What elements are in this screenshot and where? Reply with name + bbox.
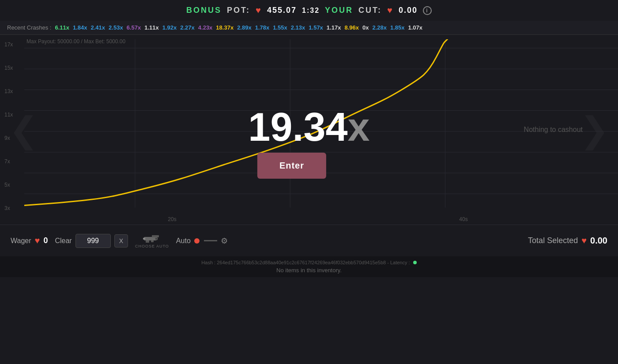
pot-value: 455.07 [267,6,297,15]
auto-section: Auto ⚙ [176,236,228,246]
clear-label: Clear [55,237,72,245]
game-area: ❮ ❯ Max Payout: 50000.00 / Max Bet: 5000… [0,35,618,225]
wager-value: 0 [43,236,48,245]
wager-label: Wager [11,237,31,245]
wager-heart-icon: ♥ [35,236,40,246]
hash-line: Hash : 264ed175c766b53c2d88aa40e91c2c676… [201,260,416,265]
wager-section: Wager ♥ 0 [11,236,48,246]
info-icon[interactable]: i [423,6,432,15]
timer: 1:32 [302,7,320,15]
auto-label: Auto [176,237,191,245]
x-button[interactable]: X [114,234,128,248]
max-payout: Max Payout: 50000.00 / Max Bet: 5000.00 [26,38,125,45]
crash-item[interactable]: 2.27x [180,24,195,31]
crash-item[interactable]: 6.11x [55,24,69,31]
crash-item[interactable]: 18.37x [216,24,234,31]
y-axis: 17x 15x 13x 11x 9x 7x 5x 3x [4,35,13,225]
hash-text: Hash : 264ed175c766b53c2d88aa40e91c2c676… [201,260,410,265]
cut-label: CUT: [358,6,382,15]
crash-item[interactable]: 6.57x [127,24,141,31]
choose-auto-button[interactable]: CHOOSE AUTO [135,233,169,248]
crash-item[interactable]: 1.57x [309,24,323,31]
x-axis: 20s 40s [26,216,609,222]
crash-item[interactable]: 2.53x [109,24,123,31]
crash-item[interactable]: 1.55x [273,24,287,31]
crash-item[interactable]: 1.92x [162,24,177,31]
your-label: YOUR [325,6,353,15]
svg-rect-14 [151,240,154,242]
y-label: 3x [4,205,13,211]
heart-icon-pot: ♥ [256,5,262,15]
total-heart-icon: ♥ [581,236,587,246]
enter-button[interactable]: Enter [257,153,326,179]
crash-item[interactable]: 1.11x [144,24,159,31]
y-label: 5x [4,182,13,188]
crashes-label: Recent Crashes : [7,24,51,31]
svg-point-15 [155,237,158,240]
crash-item[interactable]: 1.85x [390,24,405,31]
footer: Hash : 264ed175c766b53c2d88aa40e91c2c676… [0,256,618,277]
y-label: 7x [4,158,13,165]
bonus-label: BONUS [186,6,222,15]
crashes-bar: Recent Crashes : 6.11x 1.84x 2.41x 2.53x… [0,21,618,35]
crash-item[interactable]: 1.78x [255,24,270,31]
total-value: 0.00 [590,236,607,246]
y-label: 13x [4,88,13,94]
crash-item[interactable]: 2.13x [291,24,305,31]
clear-section: Clear X [55,234,128,248]
gun-icon [143,233,161,243]
total-section: Total Selected ♥ 0.00 [528,236,607,246]
svg-rect-12 [152,235,159,237]
header-bar: BONUS POT: ♥ 455.07 1:32 YOUR CUT: ♥ 0.0… [0,0,618,21]
crash-item[interactable]: 2.28x [372,24,387,31]
cashout-message: Nothing to cashout [524,126,583,134]
crash-item[interactable]: 1.07x [408,24,423,31]
total-label: Total Selected [528,236,578,245]
pot-label: POT: [227,6,250,15]
svg-rect-11 [144,237,156,240]
crash-item[interactable]: 2.41x [91,24,106,31]
latency-dot [413,261,417,264]
cut-value: 0.00 [399,6,418,15]
y-label: 17x [4,41,13,48]
toggle-line [204,240,217,241]
y-label: 15x [4,65,13,71]
crash-item[interactable]: 1.84x [73,24,87,31]
x-label-20s: 20s [168,216,176,222]
choose-auto-label: CHOOSE AUTO [135,244,169,248]
svg-rect-13 [146,240,149,243]
y-label: 9x [4,135,13,141]
clear-input[interactable] [75,234,111,248]
bottom-controls: Wager ♥ 0 Clear X CHOOSE AUTO Auto ⚙ Tot… [0,225,618,256]
crash-item[interactable]: 2.89x [237,24,252,31]
crash-item[interactable]: 4.23x [198,24,213,31]
inventory-message: No items in this inventory. [276,267,342,274]
y-label: 11x [4,112,13,118]
toggle-dot [194,238,200,244]
crash-item[interactable]: 8.96x [344,24,359,31]
svg-rect-16 [143,238,145,240]
gear-icon[interactable]: ⚙ [221,236,228,246]
crash-item[interactable]: 1.17x [327,24,341,31]
crash-item[interactable]: 0x [362,24,369,31]
x-label-40s: 40s [459,216,467,222]
heart-icon-cut: ♥ [387,5,393,15]
